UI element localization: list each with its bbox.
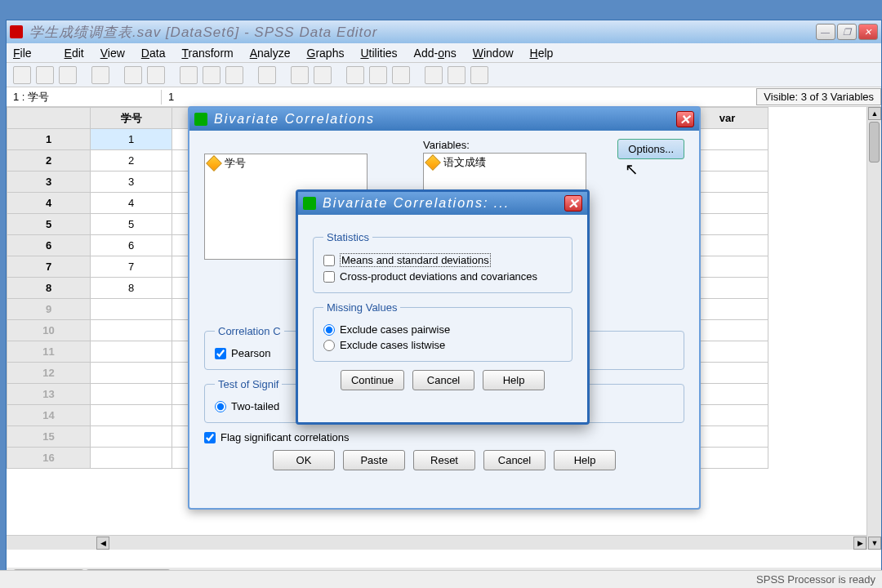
reset-button[interactable]: Reset (413, 450, 475, 470)
listwise-input[interactable] (323, 340, 335, 351)
weight-icon[interactable] (369, 66, 387, 84)
row-header[interactable]: 9 (7, 299, 91, 320)
dialog-title: Bivariate Correlations (214, 112, 375, 127)
ok-button[interactable]: OK (273, 450, 335, 470)
cell-address-bar: 1 : 学号 1 Visible: 3 of 3 Variables (7, 87, 881, 107)
significance-legend: Test of Signif (215, 378, 282, 390)
options-dialog-titlebar[interactable]: Bivariate Correlations: ... ✕ (298, 192, 587, 215)
two-tailed-input[interactable] (215, 401, 226, 412)
print-icon[interactable] (59, 66, 77, 84)
exclude-pairwise-radio[interactable]: Exclude cases pairwise (323, 323, 562, 336)
options-button[interactable]: Options... (617, 139, 684, 159)
scroll-down-icon[interactable]: ▼ (868, 537, 881, 550)
row-header[interactable]: 3 (7, 172, 91, 193)
cell-address: 1 : 学号 (7, 90, 162, 105)
variables-icon[interactable] (225, 66, 243, 84)
menu-file[interactable]: File (13, 47, 48, 60)
cell[interactable]: 8 (91, 278, 172, 299)
row-header[interactable]: 7 (7, 256, 91, 278)
pairwise-input[interactable] (323, 324, 335, 336)
cross-product-checkbox[interactable]: Cross-product deviations and covariances (323, 270, 562, 283)
insert-case-icon[interactable] (291, 66, 309, 84)
exclude-listwise-radio[interactable]: Exclude cases listwise (323, 339, 562, 351)
cross-check[interactable] (323, 271, 335, 283)
value-labels-icon[interactable] (425, 66, 443, 84)
maximize-button[interactable]: ❐ (837, 24, 857, 40)
row-header[interactable]: 10 (7, 320, 91, 341)
minimize-button[interactable]: — (816, 24, 835, 40)
cancel-button[interactable]: Cancel (483, 450, 546, 470)
cell[interactable]: 2 (91, 150, 172, 172)
app-icon (10, 25, 23, 38)
row-header[interactable]: 14 (7, 405, 91, 426)
cell-value[interactable]: 1 (162, 91, 756, 103)
row-header[interactable]: 2 (7, 150, 91, 172)
scroll-right-icon[interactable]: ▶ (853, 537, 866, 550)
insert-var-icon[interactable] (314, 66, 332, 84)
menu-addons[interactable]: Add-ons (414, 47, 457, 60)
cell[interactable]: 6 (91, 235, 172, 256)
menu-edit[interactable]: Edit (65, 47, 84, 60)
find-icon[interactable] (258, 66, 276, 84)
target-variables-list[interactable]: 语文成绩 (423, 153, 586, 194)
cell[interactable]: 7 (91, 256, 172, 278)
row-header[interactable]: 8 (7, 278, 91, 299)
open-icon[interactable] (13, 66, 31, 84)
means-sd-checkbox[interactable]: Means and standard deviations (323, 253, 562, 267)
row-header[interactable]: 11 (7, 341, 91, 363)
row-header[interactable]: 12 (7, 363, 91, 384)
row-header[interactable]: 16 (7, 448, 91, 469)
options-cancel-button[interactable]: Cancel (412, 370, 474, 390)
menu-help[interactable]: Help (530, 47, 554, 60)
row-header[interactable]: 13 (7, 384, 91, 405)
dialog-titlebar[interactable]: Bivariate Correlations ✕ (189, 108, 699, 131)
show-all-icon[interactable] (470, 66, 488, 84)
menu-utilities[interactable]: Utilities (360, 47, 397, 60)
paste-button[interactable]: Paste (343, 450, 405, 470)
menu-transform[interactable]: Transform (181, 47, 233, 60)
split-icon[interactable] (346, 66, 364, 84)
row-header[interactable]: 4 (7, 193, 91, 214)
menu-analyze[interactable]: Analyze (250, 47, 291, 60)
variable-item[interactable]: 学号 (205, 154, 367, 172)
goto-var-icon[interactable] (203, 66, 220, 84)
means-check[interactable] (323, 255, 335, 266)
row-header[interactable]: 1 (7, 129, 91, 150)
scroll-thumb[interactable] (869, 122, 880, 163)
row-header[interactable]: 6 (7, 235, 91, 256)
redo-icon[interactable] (147, 66, 165, 84)
continue-button[interactable]: Continue (341, 370, 404, 390)
scroll-left-icon[interactable]: ◀ (96, 537, 109, 550)
dialog-recall-icon[interactable] (91, 66, 109, 84)
close-button[interactable]: ✕ (858, 24, 878, 40)
flag-significant-checkbox[interactable]: Flag significant correlations (204, 431, 684, 443)
options-dialog-title: Bivariate Correlations: ... (323, 196, 510, 211)
pearson-check[interactable] (215, 348, 226, 359)
vertical-scrollbar[interactable]: ▲ ▼ (866, 107, 881, 550)
options-help-button[interactable]: Help (483, 370, 545, 390)
menu-graphs[interactable]: Graphs (307, 47, 345, 60)
menu-window[interactable]: Window (473, 47, 514, 60)
cell[interactable]: 3 (91, 172, 172, 193)
save-icon[interactable] (36, 66, 54, 84)
cell[interactable]: 1 (91, 129, 172, 150)
menu-data[interactable]: Data (141, 47, 166, 60)
goto-case-icon[interactable] (180, 66, 198, 84)
scroll-up-icon[interactable]: ▲ (868, 107, 881, 120)
flag-check[interactable] (204, 432, 216, 443)
horizontal-scrollbar[interactable]: ◀ ▶ (7, 535, 866, 550)
row-header[interactable]: 15 (7, 426, 91, 448)
cell[interactable]: 5 (91, 214, 172, 235)
variable-item[interactable]: 语文成绩 (424, 154, 586, 172)
undo-icon[interactable] (124, 66, 142, 84)
options-close-button[interactable]: ✕ (564, 195, 582, 212)
menu-view[interactable]: View (100, 47, 125, 60)
sets-icon[interactable] (448, 66, 466, 84)
cell[interactable]: 4 (91, 193, 172, 214)
dialog-close-button[interactable]: ✕ (676, 111, 694, 127)
select-icon[interactable] (392, 66, 410, 84)
column-header-1[interactable]: 学号 (91, 108, 172, 129)
help-button[interactable]: Help (554, 450, 616, 470)
row-header[interactable]: 5 (7, 214, 91, 235)
missing-values-group: Missing Values Exclude cases pairwise Ex… (313, 301, 572, 362)
